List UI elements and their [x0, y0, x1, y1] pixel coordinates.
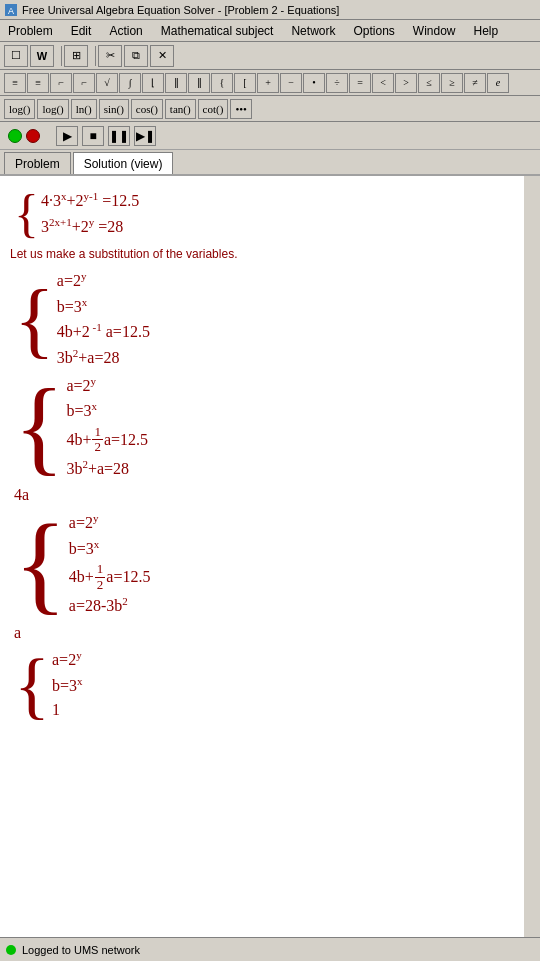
- gt-btn[interactable]: >: [395, 73, 417, 93]
- menu-action[interactable]: Action: [105, 22, 146, 40]
- grid-button[interactable]: ⊞: [64, 45, 88, 67]
- more-btn[interactable]: •••: [230, 99, 252, 119]
- green-indicator: [8, 129, 22, 143]
- minus-btn[interactable]: −: [280, 73, 302, 93]
- tab-bar: Problem Solution (view): [0, 150, 540, 176]
- separator2: [90, 46, 96, 66]
- menu-network[interactable]: Network: [287, 22, 339, 40]
- info-text: Let us make a substitution of the variab…: [10, 246, 530, 263]
- leq-btn[interactable]: ≤: [418, 73, 440, 93]
- eq3-line4: 3b2+a=28: [66, 457, 148, 481]
- brace-btn[interactable]: {: [211, 73, 233, 93]
- lt-btn[interactable]: <: [372, 73, 394, 93]
- eq4-line4: a=28-3b2: [69, 594, 151, 618]
- eq4-line2: b=3x: [69, 537, 151, 561]
- menu-options[interactable]: Options: [349, 22, 398, 40]
- menu-edit[interactable]: Edit: [67, 22, 96, 40]
- cos-btn[interactable]: cos(): [131, 99, 163, 119]
- align-right-btn[interactable]: ≡: [27, 73, 49, 93]
- word-button[interactable]: W: [30, 45, 54, 67]
- svg-text:A: A: [8, 6, 14, 16]
- stop-button[interactable]: ■: [82, 126, 104, 146]
- log-btn[interactable]: log(): [37, 99, 68, 119]
- title-bar: A Free Universal Algebra Equation Solver…: [0, 0, 540, 20]
- eq4-line1: a=2y: [69, 511, 151, 535]
- eq3-line1: a=2y: [66, 374, 148, 398]
- eq3-line3: 4b+12a=12.5: [66, 425, 148, 455]
- menu-mathematical-subject[interactable]: Mathematical subject: [157, 22, 278, 40]
- close-button[interactable]: ✕: [150, 45, 174, 67]
- euler-btn[interactable]: e: [487, 73, 509, 93]
- step-a-label: a: [14, 622, 530, 644]
- geq-btn[interactable]: ≥: [441, 73, 463, 93]
- eq2-line3: 4b+2 -1 a=12.5: [57, 320, 150, 344]
- toolbar1: ☐ W ⊞ ✂ ⧉ ✕: [0, 42, 540, 70]
- status-indicator: [6, 945, 16, 955]
- eq5-line1: a=2y: [52, 648, 83, 672]
- copy-button[interactable]: ⧉: [124, 45, 148, 67]
- system1: { 4·3x+2y-1 =12.5 32x+1+2y =28: [14, 188, 530, 240]
- red-indicator: [26, 129, 40, 143]
- step-4a-label: 4a: [14, 484, 530, 506]
- system3: { a=2y b=3x 4b+12a=12.5 3b2+a=28: [14, 374, 530, 481]
- menu-help[interactable]: Help: [470, 22, 503, 40]
- pause-button[interactable]: ❚❚: [108, 126, 130, 146]
- div-btn[interactable]: ÷: [326, 73, 348, 93]
- tab-solution[interactable]: Solution (view): [73, 152, 174, 174]
- math-toolbar: ≡ ≡ ⌐ ⌐ √ ∫ ⌊ ‖ ‖ { [ + − • ÷ = < > ≤ ≥ …: [0, 70, 540, 96]
- log-base-btn[interactable]: log(): [4, 99, 35, 119]
- neq-btn[interactable]: ≠: [464, 73, 486, 93]
- status-bar: Logged to UMS network: [0, 937, 540, 961]
- eq2-line2: b=3x: [57, 295, 150, 319]
- title-icon: A: [4, 3, 18, 17]
- main-content[interactable]: { 4·3x+2y-1 =12.5 32x+1+2y =28 Let us ma…: [0, 176, 540, 937]
- system5: { a=2y b=3x 1: [14, 648, 530, 722]
- eq2-line4: 3b2+a=28: [57, 346, 150, 370]
- separator1: [56, 46, 62, 66]
- tab-problem[interactable]: Problem: [4, 152, 71, 174]
- norm-btn2[interactable]: ‖: [188, 73, 210, 93]
- functions-toolbar: log() log() ln() sin() cos() tan() cot()…: [0, 96, 540, 122]
- ln-btn[interactable]: ln(): [71, 99, 97, 119]
- status-message: Logged to UMS network: [22, 944, 140, 956]
- eq5-line2: b=3x: [52, 674, 83, 698]
- plus-btn[interactable]: +: [257, 73, 279, 93]
- floor-left-btn[interactable]: ⌐: [50, 73, 72, 93]
- window-title: Free Universal Algebra Equation Solver -…: [22, 4, 339, 16]
- cut-button[interactable]: ✂: [98, 45, 122, 67]
- menu-bar: Problem Edit Action Mathematical subject…: [0, 20, 540, 42]
- eq5-line3: 1: [52, 699, 83, 721]
- eq3-line2: b=3x: [66, 399, 148, 423]
- bracket-btn[interactable]: [: [234, 73, 256, 93]
- floor-btn[interactable]: ⌊: [142, 73, 164, 93]
- play-button[interactable]: ▶: [56, 126, 78, 146]
- eq1-line1: 4·3x+2y-1 =12.5: [41, 189, 139, 213]
- dot-btn[interactable]: •: [303, 73, 325, 93]
- cot-btn[interactable]: cot(): [198, 99, 229, 119]
- eq1-line2: 32x+1+2y =28: [41, 215, 139, 239]
- floor-right-btn[interactable]: ⌐: [73, 73, 95, 93]
- playback-toolbar: ▶ ■ ❚❚ ▶❚: [0, 122, 540, 150]
- solution-content: { 4·3x+2y-1 =12.5 32x+1+2y =28 Let us ma…: [10, 188, 530, 722]
- system4: { a=2y b=3x 4b+12a=12.5 a=28-3b2: [14, 511, 530, 618]
- new-button[interactable]: ☐: [4, 45, 28, 67]
- eq-btn[interactable]: =: [349, 73, 371, 93]
- menu-window[interactable]: Window: [409, 22, 460, 40]
- system2: { a=2y b=3x 4b+2 -1 a=12.5 3b2+a=28: [14, 269, 530, 370]
- step-forward-button[interactable]: ▶❚: [134, 126, 156, 146]
- eq4-line3: 4b+12a=12.5: [69, 562, 151, 592]
- align-left-btn[interactable]: ≡: [4, 73, 26, 93]
- tan-btn[interactable]: tan(): [165, 99, 196, 119]
- norm-btn1[interactable]: ‖: [165, 73, 187, 93]
- integral-btn[interactable]: ∫: [119, 73, 141, 93]
- menu-problem[interactable]: Problem: [4, 22, 57, 40]
- sin-btn[interactable]: sin(): [99, 99, 129, 119]
- scrollbar-track[interactable]: [524, 176, 540, 937]
- eq2-line1: a=2y: [57, 269, 150, 293]
- sqrt-btn[interactable]: √: [96, 73, 118, 93]
